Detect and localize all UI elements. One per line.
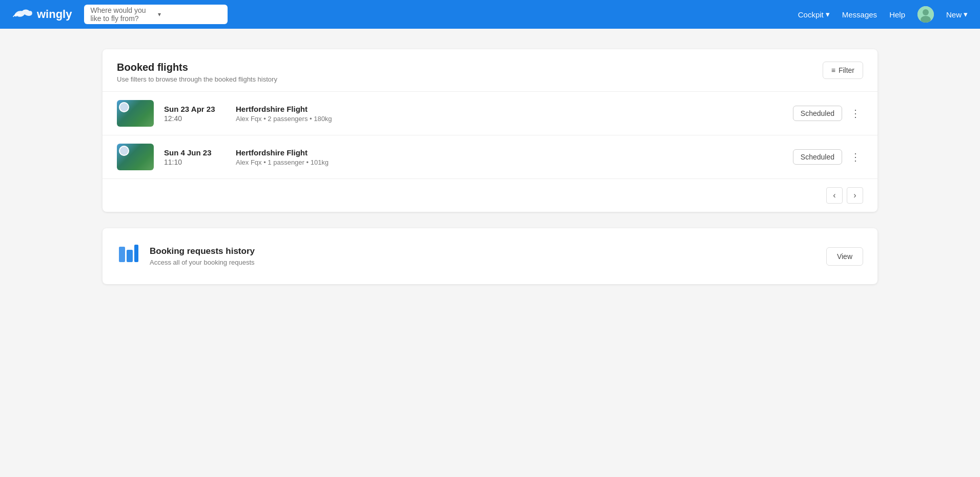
flight-details: Alex Fqx • 2 passengers • 180kg (236, 115, 783, 123)
chevron-down-icon: ▾ (158, 11, 221, 18)
card-header: Booked flights Use filters to browse thr… (103, 49, 877, 91)
booked-flights-card: Booked flights Use filters to browse thr… (103, 49, 877, 212)
logo-icon (12, 7, 33, 22)
card-title: Booked flights (117, 62, 277, 73)
filter-icon: ≡ (831, 66, 835, 74)
prev-page-button[interactable]: ‹ (826, 187, 843, 204)
flight-thumbnail (117, 144, 154, 170)
flight-thumbnail (117, 100, 154, 127)
cockpit-nav[interactable]: Cockpit ▾ (798, 10, 830, 19)
chevron-down-icon: ▾ (964, 10, 968, 19)
card-title-section: Booked flights Use filters to browse thr… (117, 62, 277, 83)
view-button[interactable]: View (826, 247, 863, 266)
status-badge: Scheduled (793, 149, 842, 165)
next-page-button[interactable]: › (847, 187, 863, 204)
logo[interactable]: wingly (12, 7, 72, 22)
status-badge: Scheduled (793, 106, 842, 121)
avatar[interactable] (917, 6, 934, 23)
svg-point-1 (923, 9, 929, 15)
flight-info: Hertfordshire Flight Alex Fqx • 2 passen… (236, 105, 783, 123)
flight-time: 12:40 (164, 114, 226, 123)
logo-text: wingly (37, 8, 72, 21)
svg-rect-4 (127, 250, 133, 262)
flight-details: Alex Fqx • 1 passenger • 101kg (236, 158, 783, 166)
avatar-image (917, 6, 934, 23)
svg-rect-3 (119, 247, 125, 262)
flight-row: Sun 4 Jun 23 11:10 Hertfordshire Flight … (103, 135, 877, 178)
flight-name: Hertfordshire Flight (236, 148, 783, 157)
help-nav[interactable]: Help (889, 10, 905, 19)
search-placeholder: Where would you like to fly from? (90, 6, 154, 23)
flight-time: 11:10 (164, 158, 226, 166)
flight-thumbnail-image (117, 100, 154, 127)
booking-title: Booking requests history (150, 246, 816, 256)
more-options-button[interactable]: ⋮ (848, 150, 863, 164)
flight-status: Scheduled ⋮ (793, 106, 863, 121)
flight-thumbnail-image (117, 144, 154, 170)
flight-date-time: Sun 4 Jun 23 11:10 (164, 148, 226, 166)
flight-date: Sun 4 Jun 23 (164, 148, 226, 157)
flight-date: Sun 23 Apr 23 (164, 105, 226, 113)
chevron-down-icon: ▾ (826, 10, 830, 19)
card-footer: ‹ › (103, 178, 877, 212)
flight-name: Hertfordshire Flight (236, 105, 783, 113)
header-nav: Cockpit ▾ Messages Help New ▾ (798, 6, 968, 23)
new-nav[interactable]: New ▾ (946, 10, 968, 19)
booking-requests-card: Booking requests history Access all of y… (103, 228, 877, 284)
more-options-button[interactable]: ⋮ (848, 106, 863, 121)
header: wingly Where would you like to fly from?… (0, 0, 980, 29)
flight-date-time: Sun 23 Apr 23 12:40 (164, 105, 226, 123)
booking-icon (117, 243, 139, 270)
booking-description: Access all of your booking requests (150, 259, 816, 266)
search-bar[interactable]: Where would you like to fly from? ▾ (84, 5, 228, 24)
filter-button[interactable]: ≡ Filter (823, 62, 863, 79)
card-subtitle: Use filters to browse through the booked… (117, 75, 277, 83)
flight-info: Hertfordshire Flight Alex Fqx • 1 passen… (236, 148, 783, 166)
main-content: Booked flights Use filters to browse thr… (0, 29, 980, 477)
booking-requests-icon (117, 243, 139, 265)
flight-row: Sun 23 Apr 23 12:40 Hertfordshire Flight… (103, 91, 877, 135)
svg-rect-5 (134, 245, 138, 262)
flight-status: Scheduled ⋮ (793, 149, 863, 165)
booking-info: Booking requests history Access all of y… (150, 246, 816, 266)
messages-nav[interactable]: Messages (842, 10, 877, 19)
